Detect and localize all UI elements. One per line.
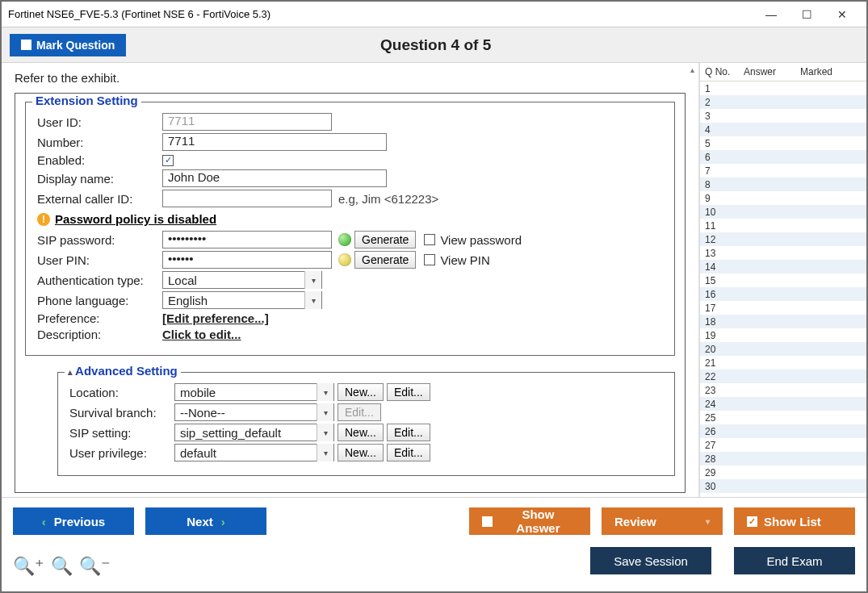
list-item[interactable]: 27 [700,438,866,452]
list-item[interactable]: 24 [700,397,866,411]
list-item[interactable]: 23 [700,383,866,397]
sip-password-field[interactable]: ••••••••• [162,231,332,248]
list-item[interactable]: 2 [700,95,866,109]
list-item[interactable]: 26 [700,424,866,438]
status-ok-icon [338,233,351,246]
list-item[interactable]: 29 [700,466,866,479]
location-select[interactable]: mobile [174,383,334,401]
enabled-checkbox[interactable]: ✓ [162,155,174,166]
list-item[interactable]: 4 [700,123,866,136]
checkbox-icon [21,40,31,50]
list-item[interactable]: 1 [700,81,866,95]
minimize-icon[interactable]: — [753,8,789,21]
previous-button[interactable]: ‹ Previous [13,507,134,535]
auth-type-select[interactable]: Local [162,271,322,289]
question-pane: Refer to the exhibit. Extension Setting … [2,63,699,497]
list-item[interactable]: 22 [700,370,866,383]
phone-language-select[interactable]: English [162,291,322,309]
list-item[interactable]: 10 [700,205,866,219]
question-prompt: Refer to the exhibit. [15,71,686,85]
close-icon[interactable]: ✕ [824,8,860,21]
zoom-controls: 🔍⁺ 🔍 🔍⁻ [13,556,111,577]
chevron-left-icon: ‹ [42,515,46,528]
show-answer-button[interactable]: Show Answer [469,507,590,535]
zoom-icon[interactable]: 🔍 [51,556,73,577]
extension-setting: Extension Setting User ID: 7711 Number: … [25,102,675,356]
review-button[interactable]: Review ▾ [602,507,723,535]
user-pin-field[interactable]: •••••• [162,251,332,269]
checkbox-icon: ✓ [747,516,757,527]
save-session-button[interactable]: Save Session [590,547,711,574]
chevron-right-icon: › [221,515,225,528]
list-item[interactable]: 25 [700,411,866,424]
end-exam-button[interactable]: End Exam [734,547,855,574]
advanced-setting: Advanced Setting Location: mobile New...… [57,372,675,476]
list-header: Q No. Answer Marked [700,63,866,81]
privilege-select[interactable]: default [174,444,334,461]
window-title: Fortinet NSE6_FVE-5.3 (Fortinet NSE 6 - … [8,8,270,20]
zoom-in-icon[interactable]: 🔍⁺ [13,556,44,577]
list-item[interactable]: 17 [700,301,866,315]
edit-button[interactable]: Edit... [387,444,430,461]
list-item[interactable]: 11 [700,219,866,232]
survival-select[interactable]: --None-- [174,403,334,421]
description-link[interactable]: Click to edit... [162,328,241,341]
checkbox-icon [482,516,493,527]
exhibit: Extension Setting User ID: 7711 Number: … [15,93,686,493]
generate-button[interactable]: Generate [354,251,416,269]
edit-button[interactable]: Edit... [387,424,430,441]
list-item[interactable]: 7 [700,164,866,177]
password-policy-warning: ! Password policy is disabled [37,212,663,226]
list-item[interactable]: 30 [700,479,866,493]
warning-icon: ! [37,213,50,226]
view-pin-checkbox[interactable] [424,254,435,265]
list-item[interactable]: 16 [700,287,866,301]
status-warn-icon [338,253,351,266]
scroll-up-icon[interactable]: ▴ [686,63,698,76]
question-title: Question 4 of 5 [126,36,745,54]
new-button[interactable]: New... [338,424,384,441]
external-caller-field[interactable] [162,190,332,207]
maximize-icon[interactable]: ☐ [789,8,824,21]
question-list[interactable]: 1234567891011121314151617181920212223242… [700,81,866,497]
edit-button: Edit... [338,403,381,421]
edit-preference-link[interactable]: [Edit preference...] [162,311,269,325]
generate-button[interactable]: Generate [354,231,416,248]
titlebar: Fortinet NSE6_FVE-5.3 (Fortinet NSE 6 - … [2,2,866,27]
list-item[interactable]: 13 [700,246,866,260]
mark-question-button[interactable]: Mark Question [10,34,126,56]
number-field[interactable]: 7711 [162,133,387,151]
sip-setting-select[interactable]: sip_setting_default [174,424,334,441]
scrollbar[interactable]: ▴ [686,63,698,497]
footer: ‹ Previous Next › Show Answer Review ▾ ✓… [2,497,866,590]
new-button[interactable]: New... [338,383,384,401]
list-item[interactable]: 3 [700,109,866,123]
new-button[interactable]: New... [338,444,384,461]
list-item[interactable]: 6 [700,150,866,164]
list-item[interactable]: 8 [700,177,866,191]
list-item[interactable]: 12 [700,232,866,246]
display-name-field[interactable]: John Doe [162,169,387,187]
view-password-checkbox[interactable] [424,234,435,245]
list-item[interactable]: 15 [700,274,866,287]
user-id-field[interactable]: 7711 [162,113,332,131]
zoom-out-icon[interactable]: 🔍⁻ [79,556,111,577]
question-list-panel: Q No. Answer Marked 12345678910111213141… [699,63,866,497]
legend: Advanced Setting [65,364,181,378]
list-item[interactable]: 9 [700,191,866,205]
list-item[interactable]: 14 [700,260,866,274]
legend: Extension Setting [32,94,141,107]
show-list-button[interactable]: ✓ Show List [734,507,855,535]
list-item[interactable]: 21 [700,356,866,370]
list-item[interactable]: 19 [700,328,866,342]
list-item[interactable]: 20 [700,342,866,356]
next-button[interactable]: Next › [145,507,266,535]
list-item[interactable]: 5 [700,136,866,150]
edit-button[interactable]: Edit... [387,383,430,401]
chevron-down-icon: ▾ [706,517,710,526]
toolbar: Mark Question Question 4 of 5 [2,27,866,63]
list-item[interactable]: 28 [700,452,866,466]
list-item[interactable]: 18 [700,315,866,328]
